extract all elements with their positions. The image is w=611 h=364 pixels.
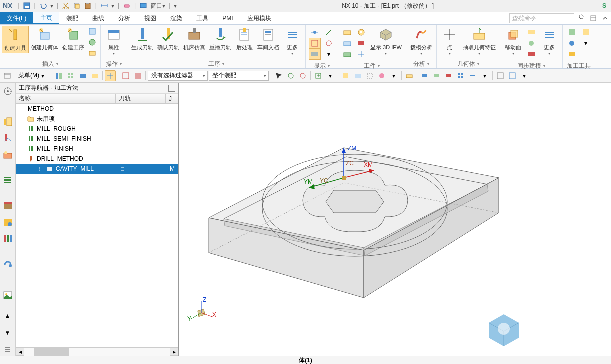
rail-history-icon[interactable]: [1, 199, 14, 212]
insert-small-3[interactable]: [86, 48, 98, 59]
dim-dropdown[interactable]: ▾: [110, 2, 116, 9]
group-arrow[interactable]: ▾: [427, 62, 429, 66]
tb-22[interactable]: [455, 70, 466, 81]
machine-simulate-button[interactable]: 机床仿真: [181, 26, 207, 52]
tab-curve[interactable]: 曲线: [85, 12, 111, 24]
tab-home[interactable]: 主页: [33, 12, 59, 24]
undo-icon[interactable]: [39, 1, 48, 10]
scroll-right-icon[interactable]: ▸: [170, 348, 178, 356]
part-small-5[interactable]: [355, 38, 367, 49]
tree-row-mill_finish[interactable]: MILL_FINISH: [16, 144, 178, 154]
tab-file[interactable]: 文件(F): [0, 12, 33, 24]
nav-icon[interactable]: [2, 70, 13, 81]
tb-15[interactable]: [364, 70, 375, 81]
tab-app[interactable]: 应用模块: [240, 12, 278, 24]
tb-1[interactable]: [53, 70, 64, 81]
tab-tools[interactable]: 工具: [189, 12, 215, 24]
part-small-4[interactable]: [355, 27, 367, 38]
more-process-button[interactable]: 更多▾: [281, 26, 303, 57]
tb-8[interactable]: [273, 70, 284, 81]
tb-24[interactable]: ▾: [479, 70, 490, 81]
shop-doc-button[interactable]: 车间文档: [255, 26, 281, 52]
tab-analysis[interactable]: 分析: [111, 12, 137, 24]
tb-17[interactable]: ▾: [388, 70, 399, 81]
group-arrow[interactable]: ▾: [222, 62, 224, 66]
insert-small-1[interactable]: [86, 26, 98, 37]
generate-toolpath-button[interactable]: 生成刀轨: [129, 26, 155, 52]
display-small-4[interactable]: [323, 27, 335, 38]
rail-menu-icon[interactable]: [1, 343, 14, 355]
paste-icon[interactable]: [83, 1, 92, 10]
mfg-small-2[interactable]: [566, 38, 578, 49]
mfg-small-1[interactable]: [566, 27, 578, 38]
tb-4[interactable]: [89, 70, 100, 81]
tab-render[interactable]: 渲染: [163, 12, 189, 24]
postprocess-button[interactable]: 后处理: [233, 26, 255, 52]
scroll-thumb[interactable]: [34, 348, 69, 356]
group-arrow[interactable]: ▾: [120, 62, 122, 66]
tab-view[interactable]: 视图: [137, 12, 163, 24]
part-small-6[interactable]: [355, 49, 367, 60]
create-geometry-button[interactable]: 创建几何体: [29, 26, 60, 52]
pin-icon[interactable]: [168, 85, 175, 92]
show-3d-ipw-button[interactable]: 显示 3D IPW▾: [368, 26, 404, 57]
tb-16[interactable]: [376, 70, 387, 81]
group-arrow[interactable]: ▾: [56, 62, 58, 66]
rail-settings-icon[interactable]: [1, 85, 14, 97]
cut-icon[interactable]: [61, 1, 70, 10]
tb-9[interactable]: [285, 70, 296, 81]
screen-icon[interactable]: [139, 1, 148, 10]
rail-down-icon[interactable]: ▼: [1, 326, 14, 339]
gouge-analysis-button[interactable]: 拨模分析▾: [408, 26, 434, 57]
window-menu[interactable]: 窗口 ▾: [149, 2, 167, 10]
tb-6[interactable]: [120, 70, 131, 81]
create-operation-button[interactable]: 创建工序: [60, 26, 86, 52]
rail-geometry-nav-icon[interactable]: [1, 149, 14, 161]
navigator-scrollbar[interactable]: ◂ ▸: [16, 347, 178, 356]
tab-pmi[interactable]: PMI: [215, 12, 240, 24]
verify-toolpath-button[interactable]: 确认刀轨: [155, 26, 181, 52]
extract-feature-button[interactable]: 抽取几何特征▾: [461, 26, 498, 57]
sync-small-2[interactable]: [525, 38, 537, 49]
navigator-tree[interactable]: METHOD未用项MILL_ROUGHMILL_SEMI_FINISHMILL_…: [16, 104, 178, 347]
rail-operation-nav-icon[interactable]: [1, 115, 14, 128]
selection-filter-dropdown[interactable]: 没有选择过滤器: [148, 71, 208, 81]
tree-row-mill_semi_finish[interactable]: MILL_SEMI_FINISH: [16, 134, 178, 144]
part-small-1[interactable]: [341, 27, 353, 38]
tb-10[interactable]: [297, 70, 308, 81]
tb-5[interactable]: [105, 70, 116, 81]
rail-part-nav-icon[interactable]: [1, 173, 14, 186]
save-icon[interactable]: [22, 1, 31, 10]
tb-13[interactable]: [340, 70, 351, 81]
mfg-small-3[interactable]: [566, 49, 578, 60]
splitter[interactable]: [179, 83, 181, 356]
mfg-small-5[interactable]: ▾: [580, 38, 592, 49]
graphics-viewport[interactable]: ZM ZC XM YM YC Z X Y: [179, 83, 611, 356]
dimension-icon[interactable]: [100, 1, 109, 10]
insert-small-2[interactable]: [86, 37, 98, 48]
rail-up-icon[interactable]: ▲: [1, 310, 14, 322]
tree-row-drill_method[interactable]: DRILL_METHOD: [16, 154, 178, 164]
display-small-2[interactable]: [309, 38, 321, 49]
tb-19[interactable]: [419, 70, 430, 81]
display-small-5[interactable]: [323, 38, 335, 49]
group-arrow[interactable]: ▾: [328, 64, 330, 68]
display-small-3[interactable]: [309, 49, 321, 60]
group-arrow[interactable]: ▾: [378, 64, 380, 68]
part-small-2[interactable]: [341, 38, 353, 49]
tree-row-method[interactable]: METHOD: [16, 104, 178, 114]
eraser-icon[interactable]: [122, 1, 131, 10]
mfg-small-4[interactable]: [580, 27, 592, 38]
tree-row-cavity_mill[interactable]: !CAVITY_MILL□M: [16, 164, 178, 174]
create-tool-button[interactable]: 创建刀具: [2, 26, 29, 53]
group-arrow[interactable]: ▾: [477, 62, 479, 66]
tb-2[interactable]: [65, 70, 76, 81]
col-name[interactable]: 名称: [16, 94, 116, 103]
tb-12[interactable]: ▾: [325, 70, 336, 81]
point-button[interactable]: 点▾: [439, 26, 461, 57]
tree-row-未用项[interactable]: 未用项: [16, 114, 178, 124]
tb-26[interactable]: [507, 70, 518, 81]
tab-assembly[interactable]: 装配: [59, 12, 85, 24]
tb-7[interactable]: [132, 70, 143, 81]
rail-machine-nav-icon[interactable]: [1, 132, 14, 145]
